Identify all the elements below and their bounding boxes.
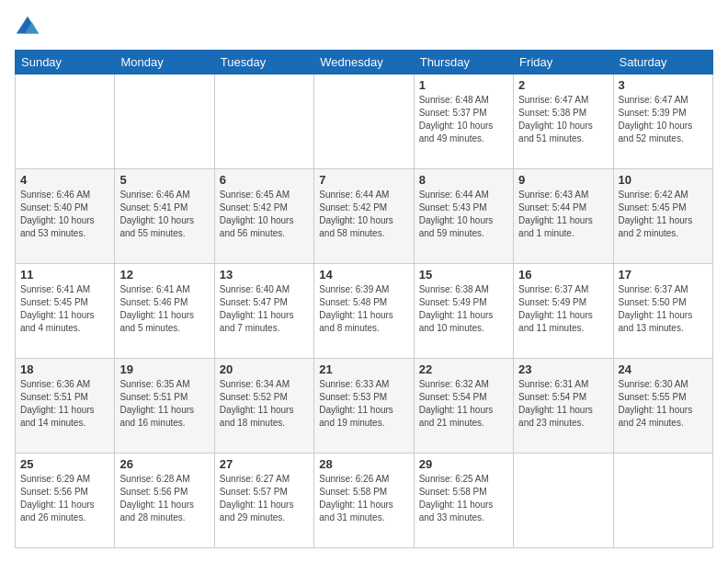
day-number: 5 [119, 173, 209, 187]
calendar-cell: 6Sunrise: 6:45 AMSunset: 5:42 PMDaylight… [214, 169, 313, 264]
calendar-cell: 15Sunrise: 6:38 AMSunset: 5:49 PMDayligh… [414, 264, 513, 359]
day-number: 19 [119, 362, 209, 376]
logo [15, 15, 44, 40]
day-number: 27 [220, 457, 309, 471]
column-header-thursday: Thursday [414, 51, 513, 75]
day-number: 1 [419, 78, 508, 92]
calendar-cell: 5Sunrise: 6:46 AMSunset: 5:41 PMDaylight… [115, 169, 214, 264]
day-number: 7 [319, 173, 408, 187]
calendar-cell: 12Sunrise: 6:41 AMSunset: 5:46 PMDayligh… [115, 264, 214, 359]
day-number: 15 [419, 268, 508, 282]
day-info: Sunrise: 6:35 AMSunset: 5:51 PMDaylight:… [119, 378, 209, 430]
day-number: 9 [518, 173, 608, 187]
page: SundayMondayTuesdayWednesdayThursdayFrid… [0, 0, 728, 563]
calendar-cell: 16Sunrise: 6:37 AMSunset: 5:49 PMDayligh… [514, 264, 613, 359]
day-number: 26 [119, 457, 209, 471]
column-header-friday: Friday [514, 51, 613, 75]
day-number: 18 [20, 362, 109, 376]
calendar-cell: 7Sunrise: 6:44 AMSunset: 5:42 PMDaylight… [314, 169, 414, 264]
day-number: 21 [319, 362, 408, 376]
day-number: 25 [20, 457, 109, 471]
day-info: Sunrise: 6:40 AMSunset: 5:47 PMDaylight:… [220, 283, 309, 335]
day-info: Sunrise: 6:41 AMSunset: 5:46 PMDaylight:… [119, 283, 209, 335]
day-number: 17 [619, 268, 708, 282]
calendar-cell: 2Sunrise: 6:47 AMSunset: 5:38 PMDaylight… [514, 75, 613, 169]
day-info: Sunrise: 6:46 AMSunset: 5:41 PMDaylight:… [119, 189, 209, 240]
calendar-cell: 25Sunrise: 6:29 AMSunset: 5:56 PMDayligh… [16, 454, 115, 548]
day-number: 3 [619, 78, 708, 92]
calendar-week-4: 18Sunrise: 6:36 AMSunset: 5:51 PMDayligh… [16, 359, 713, 454]
calendar-cell: 23Sunrise: 6:31 AMSunset: 5:54 PMDayligh… [514, 359, 613, 454]
header [15, 15, 713, 40]
day-number: 11 [20, 268, 109, 282]
day-number: 16 [518, 268, 608, 282]
day-number: 12 [119, 268, 209, 282]
calendar-cell: 13Sunrise: 6:40 AMSunset: 5:47 PMDayligh… [214, 264, 313, 359]
calendar-cell: 21Sunrise: 6:33 AMSunset: 5:53 PMDayligh… [314, 359, 414, 454]
day-info: Sunrise: 6:47 AMSunset: 5:38 PMDaylight:… [518, 94, 608, 145]
calendar-cell: 24Sunrise: 6:30 AMSunset: 5:55 PMDayligh… [613, 359, 712, 454]
day-info: Sunrise: 6:37 AMSunset: 5:49 PMDaylight:… [518, 283, 608, 335]
day-info: Sunrise: 6:45 AMSunset: 5:42 PMDaylight:… [220, 189, 309, 240]
calendar-week-2: 4Sunrise: 6:46 AMSunset: 5:40 PMDaylight… [16, 169, 713, 264]
calendar-week-3: 11Sunrise: 6:41 AMSunset: 5:45 PMDayligh… [16, 264, 713, 359]
day-info: Sunrise: 6:30 AMSunset: 5:55 PMDaylight:… [619, 378, 708, 430]
day-info: Sunrise: 6:48 AMSunset: 5:37 PMDaylight:… [419, 94, 508, 145]
day-number: 6 [220, 173, 309, 187]
calendar-cell: 14Sunrise: 6:39 AMSunset: 5:48 PMDayligh… [314, 264, 414, 359]
day-info: Sunrise: 6:32 AMSunset: 5:54 PMDaylight:… [419, 378, 508, 430]
calendar-cell: 3Sunrise: 6:47 AMSunset: 5:39 PMDaylight… [613, 75, 712, 169]
calendar-cell: 10Sunrise: 6:42 AMSunset: 5:45 PMDayligh… [613, 169, 712, 264]
column-header-sunday: Sunday [16, 51, 115, 75]
day-info: Sunrise: 6:27 AMSunset: 5:57 PMDaylight:… [220, 473, 309, 524]
calendar-cell: 20Sunrise: 6:34 AMSunset: 5:52 PMDayligh… [214, 359, 313, 454]
day-number: 10 [619, 173, 708, 187]
calendar-cell: 27Sunrise: 6:27 AMSunset: 5:57 PMDayligh… [214, 454, 313, 548]
day-info: Sunrise: 6:44 AMSunset: 5:43 PMDaylight:… [419, 189, 508, 240]
calendar-header-row: SundayMondayTuesdayWednesdayThursdayFrid… [16, 51, 713, 75]
calendar-cell [613, 454, 712, 548]
day-number: 14 [319, 268, 408, 282]
calendar-week-5: 25Sunrise: 6:29 AMSunset: 5:56 PMDayligh… [16, 454, 713, 548]
calendar-table: SundayMondayTuesdayWednesdayThursdayFrid… [15, 50, 713, 548]
logo-icon [15, 15, 40, 40]
calendar-cell: 9Sunrise: 6:43 AMSunset: 5:44 PMDaylight… [514, 169, 613, 264]
day-info: Sunrise: 6:44 AMSunset: 5:42 PMDaylight:… [319, 189, 408, 240]
calendar-cell: 19Sunrise: 6:35 AMSunset: 5:51 PMDayligh… [115, 359, 214, 454]
day-number: 24 [619, 362, 708, 376]
calendar-cell [214, 75, 313, 169]
calendar-week-1: 1Sunrise: 6:48 AMSunset: 5:37 PMDaylight… [16, 75, 713, 169]
day-info: Sunrise: 6:31 AMSunset: 5:54 PMDaylight:… [518, 378, 608, 430]
day-info: Sunrise: 6:38 AMSunset: 5:49 PMDaylight:… [419, 283, 508, 335]
calendar-cell [514, 454, 613, 548]
day-info: Sunrise: 6:34 AMSunset: 5:52 PMDaylight:… [220, 378, 309, 430]
calendar-cell: 26Sunrise: 6:28 AMSunset: 5:56 PMDayligh… [115, 454, 214, 548]
day-number: 8 [419, 173, 508, 187]
column-header-wednesday: Wednesday [314, 51, 414, 75]
column-header-tuesday: Tuesday [214, 51, 313, 75]
day-info: Sunrise: 6:37 AMSunset: 5:50 PMDaylight:… [619, 283, 708, 335]
calendar-cell: 1Sunrise: 6:48 AMSunset: 5:37 PMDaylight… [414, 75, 513, 169]
calendar-cell [314, 75, 414, 169]
day-info: Sunrise: 6:25 AMSunset: 5:58 PMDaylight:… [419, 473, 508, 524]
day-number: 29 [419, 457, 508, 471]
day-info: Sunrise: 6:41 AMSunset: 5:45 PMDaylight:… [20, 283, 109, 335]
day-info: Sunrise: 6:33 AMSunset: 5:53 PMDaylight:… [319, 378, 408, 430]
day-info: Sunrise: 6:28 AMSunset: 5:56 PMDaylight:… [119, 473, 209, 524]
day-info: Sunrise: 6:39 AMSunset: 5:48 PMDaylight:… [319, 283, 408, 335]
calendar-cell: 29Sunrise: 6:25 AMSunset: 5:58 PMDayligh… [414, 454, 513, 548]
calendar-cell: 11Sunrise: 6:41 AMSunset: 5:45 PMDayligh… [16, 264, 115, 359]
calendar-cell [115, 75, 214, 169]
calendar-cell: 18Sunrise: 6:36 AMSunset: 5:51 PMDayligh… [16, 359, 115, 454]
calendar-cell: 4Sunrise: 6:46 AMSunset: 5:40 PMDaylight… [16, 169, 115, 264]
calendar-cell: 8Sunrise: 6:44 AMSunset: 5:43 PMDaylight… [414, 169, 513, 264]
day-info: Sunrise: 6:26 AMSunset: 5:58 PMDaylight:… [319, 473, 408, 524]
day-number: 28 [319, 457, 408, 471]
day-info: Sunrise: 6:46 AMSunset: 5:40 PMDaylight:… [20, 189, 109, 240]
calendar-cell [16, 75, 115, 169]
day-info: Sunrise: 6:43 AMSunset: 5:44 PMDaylight:… [518, 189, 608, 240]
calendar-cell: 28Sunrise: 6:26 AMSunset: 5:58 PMDayligh… [314, 454, 414, 548]
column-header-monday: Monday [115, 51, 214, 75]
day-number: 22 [419, 362, 508, 376]
day-info: Sunrise: 6:36 AMSunset: 5:51 PMDaylight:… [20, 378, 109, 430]
